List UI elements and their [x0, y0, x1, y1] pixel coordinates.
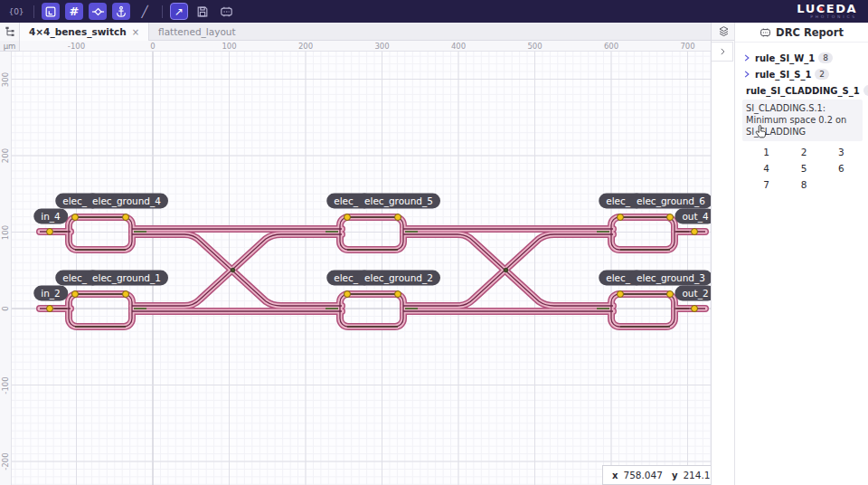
crossing-marker — [231, 268, 235, 272]
layout-drawing[interactable] — [12, 52, 711, 485]
port-marker[interactable] — [344, 214, 351, 221]
chevron-right-icon[interactable] — [742, 53, 751, 62]
rule-name: rule_SI_S_1 — [755, 70, 811, 80]
ruler-tick: 0 — [150, 42, 155, 51]
tab-4x4-benes-switch[interactable]: 4×4_benes_switch × — [20, 23, 149, 41]
save-icon — [196, 5, 209, 18]
toolbar-divider — [162, 5, 163, 18]
port-marker[interactable] — [122, 214, 129, 221]
drc-check-button[interactable] — [217, 3, 235, 20]
boundary-icon — [44, 5, 57, 18]
measure-tool-button[interactable]: ╱ — [136, 3, 154, 20]
port-marker[interactable] — [122, 290, 129, 298]
anchor-icon — [115, 5, 127, 18]
port-tool-button[interactable] — [89, 3, 107, 20]
ruler-tick: 100 — [222, 42, 236, 51]
x-coord-value: 758.047 — [623, 470, 662, 480]
port-marker[interactable] — [617, 290, 624, 298]
ruler-tick: 400 — [451, 42, 466, 51]
rule-count-badge: 8 — [818, 52, 833, 63]
top-toolbar: {0} # ╱ ↗ — [0, 0, 868, 23]
grid-toggle-button[interactable]: # — [65, 3, 83, 20]
ruler-tick: 200 — [1, 144, 10, 167]
port-label-elec_ground_1[interactable]: elec_ground_1 — [85, 271, 168, 286]
port-marker[interactable] — [71, 290, 79, 298]
port-label-elec_ground_6[interactable]: elec_ground_6 — [629, 194, 712, 209]
x-coord-label: x — [612, 471, 618, 480]
drc-rule-si-s-1[interactable]: rule_SI_S_1 2 — [735, 66, 868, 82]
drc-report-panel: DRC Report rule_SI_W_1 8 rule_SI_S_1 2 r… — [734, 23, 868, 485]
ruler-tick: 200 — [298, 42, 313, 51]
drc-rule-si-w-1[interactable]: rule_SI_W_1 8 — [735, 50, 868, 66]
tab-label: 4×4_benes_switch — [29, 26, 127, 37]
port-marker[interactable] — [394, 290, 401, 298]
tab-strip: 4×4_benes_switch × flattened_layout — [0, 23, 711, 41]
port-marker[interactable] — [666, 290, 674, 298]
violation-item-6[interactable]: 6 — [823, 163, 860, 174]
port-marker[interactable] — [46, 305, 53, 312]
violation-item-7[interactable]: 7 — [748, 179, 785, 190]
violation-item-5[interactable]: 5 — [785, 163, 822, 174]
port-marker[interactable] — [691, 305, 698, 312]
port-marker[interactable] — [71, 214, 79, 221]
hierarchy-button[interactable] — [0, 23, 20, 41]
ruler-tick: -100 — [68, 42, 85, 51]
drc-rule-si-cladding-s-1[interactable]: rule_SI_CLADDING_S_1 8 — [735, 82, 868, 99]
drc-icon — [220, 5, 233, 18]
layers-icon — [718, 25, 730, 37]
anchor-tool-button[interactable] — [112, 3, 130, 20]
port-label-elec_ground_2[interactable]: elec_ground_2 — [357, 271, 440, 286]
tab-flattened-layout[interactable]: flattened_layout — [149, 23, 245, 41]
reset-rotation-icon[interactable]: {0} — [7, 3, 25, 20]
tab-close-icon[interactable]: × — [132, 27, 139, 37]
toolbar-divider — [33, 5, 34, 18]
ruler-tick: 600 — [604, 42, 618, 51]
hand-cursor-icon — [754, 123, 769, 139]
port-label-elec_ground_5[interactable]: elec_ground_5 — [357, 194, 440, 209]
crossing-marker — [504, 268, 508, 272]
chevron-right-icon — [718, 47, 727, 56]
rule-name: rule_SI_W_1 — [755, 53, 815, 63]
rule-count-badge: 2 — [815, 69, 829, 80]
ruler-tick: 100 — [1, 221, 10, 244]
ruler-y: 3002001000-100-200 — [0, 52, 12, 485]
fit-view-button[interactable]: ↗ — [170, 3, 188, 20]
hierarchy-tree-icon — [5, 26, 15, 37]
violation-item-4[interactable]: 4 — [748, 163, 785, 174]
port-marker[interactable] — [617, 214, 624, 221]
canvas-grid — [12, 52, 711, 485]
port-marker[interactable] — [666, 214, 674, 221]
right-gutter — [711, 23, 734, 485]
drc-report-icon — [760, 27, 771, 38]
rule-name: rule_SI_CLADDING_S_1 — [746, 86, 860, 96]
boundary-tool-button[interactable] — [42, 3, 60, 20]
tab-label: flattened_layout — [158, 26, 236, 37]
layers-button[interactable] — [712, 23, 735, 41]
port-label-in_2[interactable]: in_2 — [33, 286, 68, 301]
port-marker[interactable] — [46, 228, 53, 235]
port-marker[interactable] — [344, 290, 351, 298]
luceda-logo: LUCEDA PHOTONICS — [797, 3, 861, 20]
violation-item-3[interactable]: 3 — [823, 147, 860, 157]
drc-panel-header: DRC Report — [735, 23, 868, 43]
chevron-right-icon[interactable] — [742, 70, 751, 79]
ruler-unit-label: μm — [0, 41, 20, 52]
violation-item-8[interactable]: 8 — [785, 179, 822, 190]
ruler-tick: 300 — [1, 68, 10, 91]
collapse-panel-button[interactable] — [712, 42, 733, 62]
ruler-tick: 300 — [374, 42, 389, 51]
port-icon — [91, 5, 105, 18]
port-label-out_4[interactable]: out_4 — [675, 209, 715, 224]
ruler-tick: -200 — [1, 450, 10, 473]
save-button[interactable] — [193, 3, 212, 20]
port-label-out_2[interactable]: out_2 — [675, 286, 715, 301]
violation-item-2[interactable]: 2 — [785, 147, 822, 157]
port-label-elec_ground_4[interactable]: elec_ground_4 — [85, 194, 168, 209]
rule-count-badge: 8 — [863, 85, 868, 96]
port-marker[interactable] — [691, 228, 698, 235]
port-label-elec_ground_3[interactable]: elec_ground_3 — [629, 271, 712, 286]
drc-panel-title: DRC Report — [776, 26, 844, 39]
port-marker[interactable] — [394, 214, 401, 221]
violation-item-1[interactable]: 1 — [748, 147, 785, 157]
port-label-in_4[interactable]: in_4 — [33, 209, 68, 224]
